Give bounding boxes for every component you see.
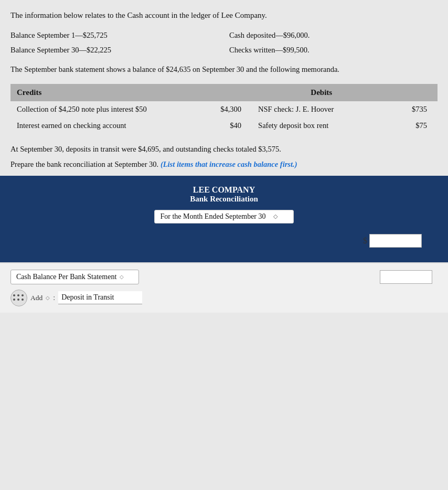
debit-amount-1: $735 (391, 101, 438, 118)
transit-text: At September 30, deposits in transit wer… (10, 143, 438, 155)
dot-2 (17, 294, 19, 296)
debit-desc-2: Safety deposit box rent (252, 118, 391, 134)
dots-icon (13, 294, 25, 302)
blue-section: LEE COMPANY Bank Reconciliation For the … (0, 176, 448, 262)
colon-separator: : (53, 294, 55, 302)
prepare-text-italic: (List items that increase cash balance f… (161, 160, 297, 168)
dot-5 (17, 299, 19, 301)
table-row: Interest earned on checking account $40 … (10, 118, 438, 134)
dot-4 (13, 299, 15, 301)
add-circle-button[interactable] (10, 290, 27, 306)
report-title: Bank Reconciliation (10, 195, 438, 204)
credit-desc-2: Interest earned on checking account (10, 118, 206, 134)
credit-amount-2: $40 (206, 118, 252, 134)
dollar-sign: $ (363, 236, 367, 246)
table-row: Collection of $4,250 note plus interest … (10, 101, 438, 118)
cash-balance-row: Cash Balance Per Bank Statement ◇ (10, 270, 432, 284)
debit-desc-1: NSF check: J. E. Hoover (252, 101, 391, 118)
month-input-wrap: For the Month Ended September 30 ◇ (10, 210, 438, 223)
balance-sep1-label: Balance September 1—$25,725 (10, 29, 219, 42)
balance-sep30-label: Balance September 30—$22,225 (10, 44, 219, 57)
credit-desc-1: Collection of $4,250 note plus interest … (10, 101, 206, 118)
cash-balance-dropdown[interactable]: Cash Balance Per Bank Statement ◇ (10, 270, 139, 284)
company-name: LEE COMPANY (10, 185, 438, 195)
amount-input-box[interactable] (369, 234, 422, 248)
month-ended-input[interactable]: For the Month Ended September 30 ◇ (154, 210, 293, 223)
add-label[interactable]: Add (30, 294, 42, 302)
add-row: Add ◇ : Deposit in Transit (10, 290, 432, 306)
memoranda-table: Credits Debits Collection of $4,250 note… (10, 84, 438, 134)
balance-grid: Balance September 1—$25,725 Cash deposit… (10, 29, 438, 57)
white-section: Cash Balance Per Bank Statement ◇ Add ◇ … (0, 262, 448, 313)
cash-balance-label-text: Cash Balance Per Bank Statement (16, 273, 116, 281)
deposit-label-text: Deposit in Transit (61, 293, 114, 301)
month-chevron-icon: ◇ (273, 213, 278, 220)
sept-statement: The September bank statement shows a bal… (10, 64, 438, 76)
debits-header: Debits (252, 84, 391, 101)
debit-amount-2: $75 (391, 118, 438, 134)
deposit-in-transit-input[interactable]: Deposit in Transit (58, 291, 142, 304)
dollar-row: $ (10, 234, 438, 248)
add-chevron-icon: ◇ (46, 295, 50, 301)
dot-3 (22, 294, 24, 296)
cash-balance-chevron-icon: ◇ (120, 274, 124, 280)
cash-deposited-label: Cash deposited—$96,000. (229, 29, 438, 42)
prepare-text: Prepare the bank reconciliation at Septe… (10, 158, 438, 171)
blue-header: LEE COMPANY Bank Reconciliation (10, 185, 438, 204)
month-ended-label: For the Month Ended September 30 (160, 212, 265, 221)
credits-header: Credits (10, 84, 206, 101)
intro-text: The information below relates to the Cas… (10, 9, 438, 22)
credits-amount-header (206, 84, 252, 101)
dot-1 (13, 294, 15, 296)
checks-written-label: Checks written—$99,500. (229, 44, 438, 57)
cash-balance-input[interactable] (380, 270, 432, 284)
prepare-text-before: Prepare the bank reconciliation at Septe… (10, 160, 158, 168)
debits-amount-header (391, 84, 438, 101)
credit-amount-1: $4,300 (206, 101, 252, 118)
dot-6 (22, 299, 24, 301)
page: The information below relates to the Cas… (0, 0, 448, 490)
